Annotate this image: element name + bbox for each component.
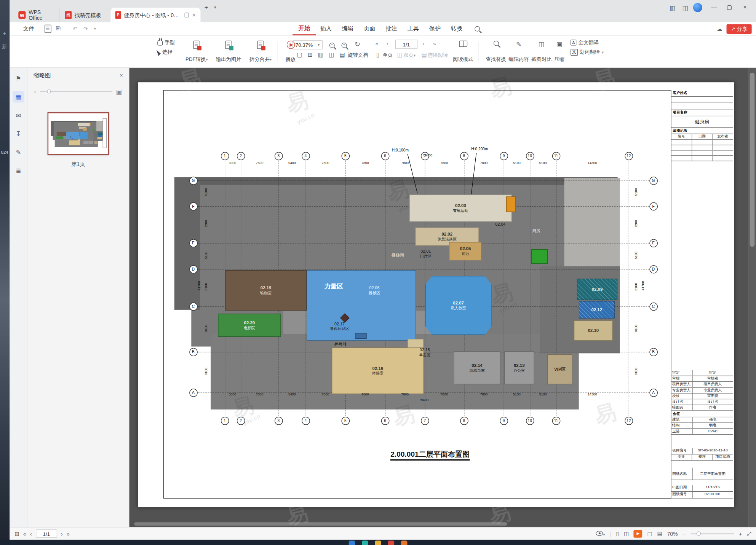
pdf-convert-button[interactable]: PDF转换▾: [182, 39, 212, 64]
close-panel-icon[interactable]: ×: [120, 72, 123, 79]
zoom-in-button[interactable]: +: [739, 531, 742, 536]
play-slideshow-button[interactable]: ▶: [634, 530, 643, 537]
taskbar-app-icon[interactable]: [362, 540, 368, 545]
thumbnail-panel-icon[interactable]: ▦: [13, 91, 24, 103]
vertical-scrollbar[interactable]: [748, 68, 756, 527]
prev-page-button[interactable]: ‹: [387, 41, 388, 46]
zoom-out-button[interactable]: −: [329, 41, 335, 50]
page-indicator[interactable]: 1/1: [36, 529, 57, 538]
scrollbar-thumb[interactable]: [750, 73, 755, 247]
tab-active-pdf[interactable]: P 健身房中心 - 图纸 - 02-00-00 ×: [110, 8, 201, 22]
tab-page[interactable]: 页面: [358, 22, 381, 35]
minimize-button[interactable]: —: [706, 0, 722, 14]
fullscreen-icon[interactable]: ⤢: [747, 531, 751, 537]
layout-book-icon[interactable]: ▤: [340, 51, 345, 58]
zoom-slider[interactable]: [690, 533, 734, 534]
annotate-panel-icon[interactable]: ✎: [13, 146, 24, 158]
first-page-button[interactable]: «: [376, 41, 379, 46]
layout-toggle-icon[interactable]: ▥: [667, 3, 678, 13]
skin-icon[interactable]: ◫: [680, 3, 690, 13]
taskbar-folder-icon[interactable]: [375, 540, 381, 545]
first-page-button[interactable]: «: [23, 531, 26, 536]
rotate-label[interactable]: 旋转文档: [348, 52, 368, 59]
titlebar[interactable]: W WPS Office 找 找稿壳模板 P 健身房中心 - 图纸 - 02-0…: [10, 0, 756, 22]
fit-page-icon[interactable]: ⊞: [308, 51, 313, 58]
select-tool-button[interactable]: 选择: [157, 49, 175, 56]
thumbnail-zoom-slider[interactable]: [40, 91, 112, 92]
export-image-button[interactable]: 输出为图片: [213, 39, 245, 64]
redo-chevron-icon[interactable]: ▾: [89, 22, 101, 35]
file-menu[interactable]: ≡ 文件: [13, 22, 39, 35]
layers-panel-icon[interactable]: ≣: [13, 164, 24, 176]
cloud-sync-icon[interactable]: ☁: [712, 22, 727, 35]
tab-wps-home[interactable]: W WPS Office: [14, 8, 60, 22]
single-page-label[interactable]: 单页: [383, 52, 393, 59]
tab-doc-template[interactable]: 找 找稿壳模板: [60, 8, 110, 22]
horizontal-scrollbar[interactable]: [129, 522, 748, 526]
full-translate-button[interactable]: A 全文翻译: [571, 39, 604, 46]
comment-panel-icon[interactable]: ✉: [13, 109, 24, 121]
page-indicator[interactable]: 1/1: [395, 40, 417, 49]
document-canvas[interactable]: 112233445566778899101011111212GGFFEEDDCC…: [129, 68, 748, 527]
tab-protect[interactable]: 保护: [423, 22, 446, 35]
fit-width-icon[interactable]: ▢: [297, 51, 302, 58]
layout-two-icon[interactable]: ◫: [329, 51, 334, 58]
fit-page-icon[interactable]: ▢: [647, 531, 652, 537]
zoom-slider-handle[interactable]: [696, 531, 700, 535]
tab-comment[interactable]: 批注: [380, 22, 403, 35]
hand-tool-button[interactable]: 手型: [157, 39, 175, 46]
grid-view-icon[interactable]: ⊞: [14, 530, 19, 537]
taskbar-app-icon[interactable]: [388, 540, 395, 545]
close-button[interactable]: ×: [737, 0, 753, 14]
taskbar-app-icon[interactable]: [401, 540, 408, 545]
fit-width-icon[interactable]: ▤: [657, 531, 662, 537]
thumb-small-icon[interactable]: ▫: [34, 89, 36, 94]
grid-bubble: E: [189, 239, 198, 247]
ribbon-search[interactable]: [470, 22, 485, 35]
zoom-percent: 70%: [667, 531, 678, 536]
single-view-icon[interactable]: ▯: [616, 531, 619, 537]
prev-page-button[interactable]: ‹: [30, 531, 32, 536]
double-page-label[interactable]: 双页▾: [403, 52, 416, 59]
next-page-button[interactable]: ›: [61, 531, 63, 536]
windows-taskbar[interactable]: [0, 540, 756, 545]
split-merge-button[interactable]: 拆分合并▾: [246, 39, 276, 64]
last-page-button[interactable]: »: [67, 531, 70, 536]
single-page-icon[interactable]: ▯: [376, 51, 379, 58]
tab-edit[interactable]: 编辑: [336, 22, 360, 35]
page-thumbnail[interactable]: [48, 112, 109, 155]
print-button[interactable]: ⎘: [51, 22, 66, 35]
read-mode-button[interactable]: 阅读模式: [449, 39, 476, 64]
tab-home[interactable]: 开始: [292, 22, 316, 35]
pdf-page[interactable]: 112233445566778899101011111212GGFFEEDDCC…: [138, 82, 734, 507]
continuous-label[interactable]: 连续阅读: [428, 52, 448, 59]
taskbar-start-icon[interactable]: [349, 540, 355, 545]
layout-one-icon[interactable]: ▥: [318, 51, 323, 58]
slider-handle[interactable]: [47, 89, 51, 93]
last-page-button[interactable]: »: [433, 41, 436, 46]
word-translate-button[interactable]: 文 划词翻译 ▾: [571, 49, 604, 56]
avatar[interactable]: [693, 3, 702, 12]
double-page-icon[interactable]: ◫: [397, 51, 403, 58]
maximize-button[interactable]: ▢: [722, 0, 737, 14]
double-view-icon[interactable]: ◫: [624, 531, 629, 537]
new-tab-button[interactable]: +: [205, 4, 208, 11]
zoom-in-button[interactable]: +: [342, 41, 347, 50]
continuous-icon[interactable]: ▤: [421, 51, 427, 58]
share-button[interactable]: ↗ 分享: [727, 24, 752, 34]
next-page-button[interactable]: ›: [422, 41, 424, 46]
zoom-out-button[interactable]: −: [682, 531, 686, 536]
zoom-select[interactable]: 70.37% ▾: [292, 40, 323, 49]
tab-list-chevron-icon[interactable]: ▾: [214, 5, 216, 10]
tab-insert[interactable]: 插入: [314, 22, 337, 35]
eye-protect-icon[interactable]: ▾: [596, 531, 605, 536]
tab-convert[interactable]: 转换: [445, 22, 468, 35]
scrollbar-thumb[interactable]: [134, 522, 507, 526]
thumb-large-icon[interactable]: ▣: [116, 88, 122, 95]
compress-button[interactable]: ▣ 压缩: [550, 39, 569, 64]
bookmark-panel-icon[interactable]: ⚑: [13, 73, 24, 84]
tab-tools[interactable]: 工具: [401, 22, 425, 35]
attachment-panel-icon[interactable]: ↧: [13, 128, 24, 140]
rotate-button[interactable]: ↻: [355, 40, 360, 48]
close-tab-icon[interactable]: ×: [193, 12, 196, 18]
